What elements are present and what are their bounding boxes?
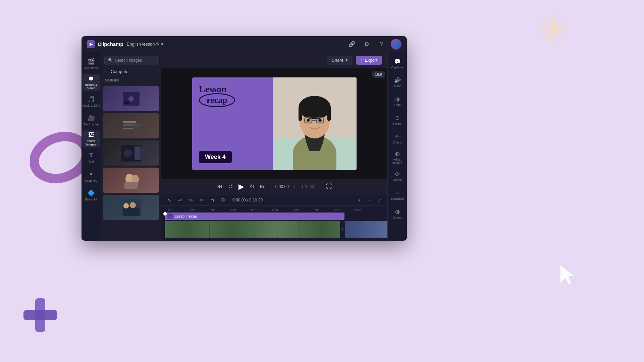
right-panel-audio[interactable]: 🔊 Audio — [389, 74, 406, 91]
play-button[interactable]: ▶ — [238, 182, 244, 191]
svg-point-19 — [130, 202, 136, 208]
right-panel-colour[interactable]: ◑ Colour — [389, 205, 406, 223]
skip-back-button[interactable]: ⏮ — [217, 183, 223, 190]
sidebar-label-brand-kit: Brand kit — [85, 198, 97, 201]
transition-label: Transition — [391, 197, 404, 200]
second-video-clip[interactable] — [345, 221, 387, 238]
second-clip-thumb-2 — [367, 221, 388, 238]
media-panel: 🔍 Search images ← Computer 50 items — [101, 52, 161, 241]
svg-rect-1 — [35, 298, 45, 332]
person-illustration — [273, 77, 357, 170]
share-label: Share — [332, 58, 343, 63]
sidebar-item-text[interactable]: T Text — [83, 149, 100, 166]
export-button[interactable]: ↑ Export — [356, 56, 382, 65]
sidebar-item-stock-images[interactable]: 🖼 Stock Images — [83, 130, 100, 147]
sidebar-item-graphics[interactable]: ✦ Graphics — [83, 168, 100, 185]
sidebar-item-stock-video[interactable]: 🎥 Stock video — [83, 111, 100, 129]
playhead[interactable] — [165, 213, 165, 241]
vt-thumb-6 — [277, 221, 300, 238]
svg-rect-8 — [123, 128, 133, 129]
media-grid — [101, 86, 161, 241]
app-name: Clipchamp — [98, 41, 123, 47]
transition-marker[interactable]: ✕ — [340, 221, 344, 238]
sidebar-item-your-media[interactable]: 🎬 Your media — [83, 55, 100, 72]
export-label: Export — [365, 58, 377, 63]
vt-thumb-4 — [232, 221, 254, 238]
timeline-zoom-controls: + - ⤢ — [355, 196, 383, 204]
right-panel-captions[interactable]: 💬 Captions — [389, 55, 406, 72]
ruler-tick-2: 0:02 — [189, 208, 210, 212]
sidebar-label-graphics: Graphics — [85, 179, 97, 182]
video-thumbnails — [165, 221, 344, 238]
stock-images-icon: 🖼 — [88, 131, 94, 138]
transition-icon: ↔ — [395, 190, 400, 196]
media-thumbnail-1[interactable] — [103, 86, 159, 111]
ruler-tick-3: 0:03 — [210, 208, 230, 212]
expand-timeline-button[interactable]: ⤢ — [375, 196, 383, 204]
text-track[interactable]: T Lesson recap — [165, 213, 344, 220]
share-button[interactable]: Share ▾ — [327, 56, 353, 65]
zoom-out-button[interactable]: - — [365, 196, 373, 204]
cut-tool[interactable]: ✂ — [198, 196, 206, 204]
media-thumbnail-2[interactable] — [103, 113, 159, 138]
search-box[interactable]: 🔍 Search images — [104, 56, 158, 65]
ruler-tick-4: 0:04 — [230, 208, 251, 212]
right-panel-effects[interactable]: ✏ Effects — [389, 130, 406, 147]
undo-button[interactable]: ↩ — [176, 196, 184, 204]
effects-icon: ✏ — [395, 133, 399, 140]
media-thumbnail-5[interactable] — [103, 195, 159, 220]
expand-button[interactable]: ⛶ — [326, 183, 332, 190]
sidebar-label-record: Record & create — [83, 83, 100, 90]
right-panel-speed[interactable]: ⟳ Speed — [389, 168, 406, 185]
right-panel-transition[interactable]: ↔ Transition — [389, 186, 406, 204]
forward-button[interactable]: ↻ — [250, 183, 255, 190]
user-avatar[interactable]: 👤 — [391, 39, 401, 50]
playback-controls: ⏮ ↺ ▶ ↻ ⏭ 0:00.00 / 0:10.30 ⛶ — [161, 179, 387, 194]
right-panel-filters[interactable]: ⊙ Filters — [389, 111, 406, 129]
speed-icon: ⟳ — [395, 171, 399, 177]
svg-point-31 — [307, 119, 310, 122]
share-icon-btn[interactable]: 🔗 — [346, 39, 357, 50]
media-thumbnail-3[interactable] — [103, 140, 159, 166]
graphics-icon: ✦ — [89, 171, 94, 178]
ruler-tick-1: 0:01 — [168, 208, 189, 212]
sidebar-item-record-create[interactable]: ⏺ Record & create — [83, 74, 100, 91]
text-icon: T — [89, 152, 93, 159]
audio-icon: 🔊 — [394, 77, 401, 83]
copy-tool[interactable]: ⧉ — [219, 196, 227, 204]
skip-forward-button[interactable]: ⏭ — [260, 183, 266, 190]
preview-title-text: Lesson recap — [199, 84, 266, 107]
back-navigation[interactable]: ← Computer — [104, 68, 158, 75]
colour-icon: ◑ — [395, 208, 400, 215]
settings-icon-btn[interactable]: ⚙ — [361, 39, 372, 50]
video-track[interactable]: ✕ — [165, 221, 344, 238]
right-panel-adjust-colours[interactable]: ◐ Adjust colours — [389, 149, 406, 166]
timeline-toolbar: ↖ ↩ ↪ ✂ 🗑 ⧉ 0:00.00 / 0:10.30 + - ⤢ — [161, 194, 387, 206]
sidebar-item-music-sfx[interactable]: 🎵 Music & SFX — [83, 93, 100, 110]
redo-button[interactable]: ↪ — [187, 196, 195, 204]
preview-right-panel — [273, 77, 357, 170]
right-panel-fade[interactable]: ◑ Fade — [389, 93, 406, 110]
svg-rect-26 — [299, 108, 302, 121]
timeline-time-display: 0:00.00 / 0:10.30 — [232, 198, 263, 202]
help-icon-btn[interactable]: ? — [376, 39, 387, 50]
ruler-tick-10: 0:10 — [355, 208, 376, 212]
vt-thumb-1 — [165, 221, 187, 238]
svg-rect-5 — [124, 101, 129, 104]
decorative-star: ✳ — [537, 7, 584, 54]
cursor-tool[interactable]: ↖ — [165, 196, 173, 204]
search-icon: 🔍 — [108, 58, 113, 63]
sidebar-item-brand-kit[interactable]: 🔷 Brand kit — [83, 186, 100, 204]
preview-left-panel: Lesson recap Week 4 — [192, 77, 273, 170]
project-name-badge[interactable]: English lesson ✎ ▾ — [127, 42, 163, 47]
main-content: 🎬 Your media ⏺ Record & create 🎵 Music &… — [82, 52, 407, 241]
sidebar-label-your-media: Your media — [84, 66, 99, 70]
svg-rect-27 — [327, 108, 331, 121]
vt-thumb-7 — [300, 221, 322, 238]
replay-button[interactable]: ↺ — [228, 183, 233, 190]
timeline-area: ↖ ↩ ↪ ✂ 🗑 ⧉ 0:00.00 / 0:10.30 + - ⤢ — [161, 194, 387, 241]
zoom-in-button[interactable]: + — [355, 196, 363, 204]
media-thumbnail-4[interactable] — [103, 168, 159, 193]
delete-tool[interactable]: 🗑 — [208, 196, 216, 204]
text-track-label: Lesson recap — [175, 214, 197, 218]
